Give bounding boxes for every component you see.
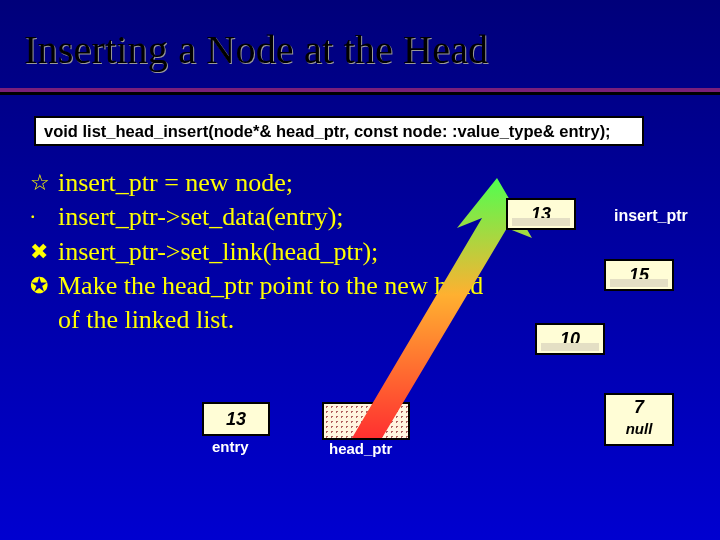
bullet-3-icon: ✖	[30, 235, 58, 268]
entry-box: 13	[202, 402, 270, 436]
bullet-1-text: insert_ptr = new node;	[58, 166, 510, 200]
node-null-label: null	[626, 420, 653, 437]
bullet-3: ✖ insert_ptr->set_link(head_ptr);	[30, 235, 510, 269]
bullet-list: ☆ insert_ptr = new node; · insert_ptr->s…	[30, 166, 510, 338]
node-10: 10	[535, 323, 605, 355]
node-13: 13	[506, 198, 576, 230]
head-ptr-label: head_ptr	[329, 440, 392, 457]
node-13-link	[512, 218, 570, 226]
slide: Inserting a Node at the Head void list_h…	[0, 0, 720, 540]
function-signature-box: void list_head_insert(node*& head_ptr, c…	[34, 116, 644, 146]
bullet-4: ✪ Make the head_ptr point to the new hea…	[30, 269, 510, 338]
node-10-link	[541, 343, 599, 351]
bullet-1: ☆ insert_ptr = new node;	[30, 166, 510, 200]
node-15-link	[610, 279, 668, 287]
bullet-3-text: insert_ptr->set_link(head_ptr);	[58, 235, 510, 269]
insert-ptr-label: insert_ptr	[614, 207, 688, 225]
bullet-2-icon: ·	[30, 200, 58, 233]
bullet-4-text: Make the head_ptr point to the new head …	[58, 269, 510, 338]
bullet-2: · insert_ptr->set_data(entry);	[30, 200, 510, 234]
node-7-null: 7 null	[604, 393, 674, 446]
bullet-1-icon: ☆	[30, 166, 58, 199]
rule-black	[0, 92, 720, 95]
node-7-value: 7	[634, 397, 644, 418]
node-15: 15	[604, 259, 674, 291]
entry-label: entry	[212, 438, 249, 455]
bullet-4-icon: ✪	[30, 269, 58, 302]
entry-value: 13	[226, 409, 246, 430]
bullet-2-text: insert_ptr->set_data(entry);	[58, 200, 510, 234]
slide-title: Inserting a Node at the Head	[24, 26, 488, 73]
function-signature-text: void list_head_insert(node*& head_ptr, c…	[44, 122, 611, 141]
head-ptr-box	[322, 402, 410, 440]
